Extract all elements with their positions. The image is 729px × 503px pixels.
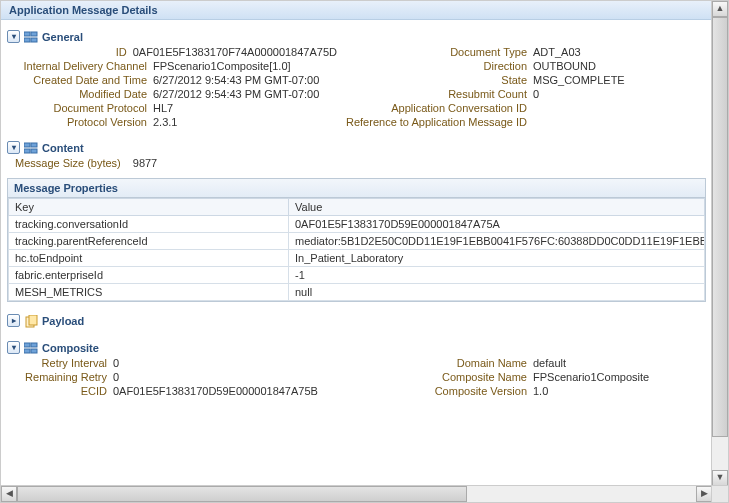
payload-icon <box>24 315 38 327</box>
svg-rect-11 <box>31 343 37 347</box>
field-label: Domain Name <box>337 357 533 369</box>
prop-value: mediator:5B1D2E50C0DD11E19F1EBB0041F576F… <box>289 233 705 250</box>
svg-rect-9 <box>29 315 37 325</box>
field-label: Message Size (bytes) <box>15 157 127 169</box>
prop-value: In_Patient_Laboratory <box>289 250 705 267</box>
table-row[interactable]: MESH_METRICSnull <box>9 284 705 301</box>
section-title: Payload <box>42 315 84 327</box>
prop-key: tracking.conversationId <box>9 216 289 233</box>
field-label: Document Protocol <box>7 102 153 114</box>
svg-rect-10 <box>24 343 30 347</box>
section-title: General <box>42 31 83 43</box>
field-value: 0 <box>113 371 119 383</box>
section-title: Composite <box>42 342 99 354</box>
column-header-value[interactable]: Value <box>289 199 705 216</box>
scroll-corner <box>711 486 728 502</box>
disclosure-icon[interactable] <box>7 341 20 354</box>
svg-rect-1 <box>31 32 37 36</box>
prop-key: fabric.enterpriseId <box>9 267 289 284</box>
field-value: 9877 <box>127 157 157 169</box>
field-value: 0AF01E5F1383170F74A000001847A75D <box>133 46 337 58</box>
prop-key: hc.toEndpoint <box>9 250 289 267</box>
field-value: ADT_A03 <box>533 46 581 58</box>
message-properties-panel: Message Properties Key Value tracking.co… <box>7 178 706 302</box>
field-label: Document Type <box>337 46 533 58</box>
table-row[interactable]: fabric.enterpriseId-1 <box>9 267 705 284</box>
field-value: 0 <box>533 88 539 100</box>
section-composite: Composite Retry Interval0 Remaining Retr… <box>7 339 706 398</box>
field-label: ID <box>7 46 133 58</box>
field-value: 6/27/2012 9:54:43 PM GMT-07:00 <box>153 74 319 86</box>
scroll-thumb[interactable] <box>17 486 467 502</box>
section-content: Content Message Size (bytes)9877 Message… <box>7 139 706 302</box>
scroll-down-icon[interactable]: ▼ <box>712 470 728 486</box>
section-payload: Payload <box>7 312 706 329</box>
prop-value: -1 <box>289 267 705 284</box>
field-value: 0AF01E5F1383170D59E000001847A75B <box>113 385 318 397</box>
field-label: Internal Delivery Channel <box>7 60 153 72</box>
field-label: Application Conversation ID <box>337 102 533 114</box>
field-label: Composite Name <box>337 371 533 383</box>
table-row[interactable]: tracking.conversationId0AF01E5F1383170D5… <box>9 216 705 233</box>
field-label: Reference to Application Message ID <box>337 116 533 128</box>
field-value: FPScenario1Composite[1.0] <box>153 60 291 72</box>
section-title: Content <box>42 142 84 154</box>
table-row[interactable]: hc.toEndpointIn_Patient_Laboratory <box>9 250 705 267</box>
horizontal-scrollbar[interactable]: ◀ ▶ <box>1 485 728 502</box>
pane-title: Application Message Details <box>1 1 712 20</box>
field-label: Resubmit Count <box>337 88 533 100</box>
table-row[interactable]: tracking.parentReferenceIdmediator:5B1D2… <box>9 233 705 250</box>
section-glyph-icon <box>24 342 38 354</box>
section-glyph-icon <box>24 31 38 43</box>
svg-rect-12 <box>24 349 30 353</box>
svg-rect-7 <box>31 149 37 153</box>
svg-rect-4 <box>24 143 30 147</box>
svg-rect-6 <box>24 149 30 153</box>
svg-rect-3 <box>31 38 37 42</box>
field-value: FPScenario1Composite <box>533 371 649 383</box>
prop-key: tracking.parentReferenceId <box>9 233 289 250</box>
svg-rect-13 <box>31 349 37 353</box>
field-label: Protocol Version <box>7 116 153 128</box>
scroll-thumb[interactable] <box>712 17 728 437</box>
field-value: MSG_COMPLETE <box>533 74 625 86</box>
scroll-up-icon[interactable]: ▲ <box>712 1 728 17</box>
field-label: Modified Date <box>7 88 153 100</box>
field-value: HL7 <box>153 102 173 114</box>
disclosure-icon[interactable] <box>7 314 20 327</box>
svg-rect-2 <box>24 38 30 42</box>
field-value: 6/27/2012 9:54:43 PM GMT-07:00 <box>153 88 319 100</box>
message-properties-table: Key Value tracking.conversationId0AF01E5… <box>8 198 705 301</box>
field-value: 2.3.1 <box>153 116 177 128</box>
section-general: General ID0AF01E5F1383170F74A000001847A7… <box>7 28 706 129</box>
svg-rect-5 <box>31 143 37 147</box>
props-title: Message Properties <box>8 179 705 198</box>
scroll-left-icon[interactable]: ◀ <box>1 486 17 502</box>
scroll-right-icon[interactable]: ▶ <box>696 486 712 502</box>
prop-key: MESH_METRICS <box>9 284 289 301</box>
field-value: 0 <box>113 357 119 369</box>
field-label: Direction <box>337 60 533 72</box>
field-value: OUTBOUND <box>533 60 596 72</box>
prop-value: null <box>289 284 705 301</box>
field-label: Retry Interval <box>7 357 113 369</box>
field-value: default <box>533 357 566 369</box>
disclosure-icon[interactable] <box>7 30 20 43</box>
field-label: ECID <box>7 385 113 397</box>
field-label: Created Date and Time <box>7 74 153 86</box>
field-value: 1.0 <box>533 385 548 397</box>
svg-rect-0 <box>24 32 30 36</box>
field-label: Remaining Retry <box>7 371 113 383</box>
disclosure-icon[interactable] <box>7 141 20 154</box>
section-glyph-icon <box>24 142 38 154</box>
prop-value: 0AF01E5F1383170D59E000001847A75A <box>289 216 705 233</box>
field-label: State <box>337 74 533 86</box>
field-label: Composite Version <box>337 385 533 397</box>
vertical-scrollbar[interactable]: ▲ ▼ <box>711 1 728 486</box>
column-header-key[interactable]: Key <box>9 199 289 216</box>
